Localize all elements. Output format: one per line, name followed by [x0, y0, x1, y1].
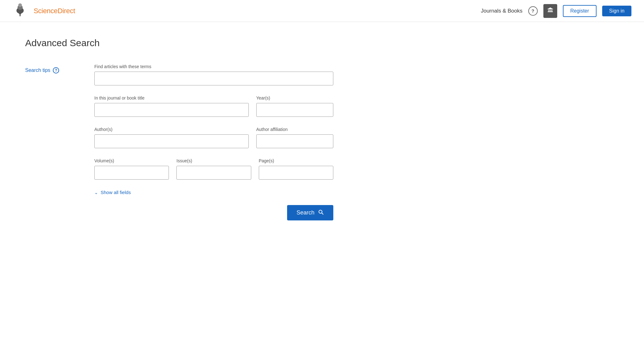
- issue-input[interactable]: [176, 166, 251, 180]
- help-icon: ?: [531, 8, 534, 14]
- show-all-fields-section: ⌄ Show all fields: [94, 190, 333, 195]
- svg-rect-1: [19, 14, 20, 16]
- find-articles-input[interactable]: [94, 72, 333, 85]
- volume-input[interactable]: [94, 166, 169, 180]
- chevron-down-icon: ⌄: [94, 190, 98, 195]
- issue-label: Issue(s): [176, 158, 251, 163]
- search-magnifier-icon: [318, 209, 324, 217]
- search-actions: Search: [94, 205, 333, 220]
- journal-year-row: In this journal or book title Year(s): [94, 95, 333, 117]
- page-input[interactable]: [259, 166, 333, 180]
- search-tips-label: Search tips: [25, 68, 50, 73]
- volume-col: Volume(s): [94, 158, 169, 180]
- search-tips-icon: ?: [53, 67, 59, 73]
- journal-col: In this journal or book title: [94, 95, 249, 117]
- issue-col: Issue(s): [176, 158, 251, 180]
- register-button[interactable]: Register: [563, 5, 597, 17]
- show-all-fields-button[interactable]: ⌄ Show all fields: [94, 190, 131, 195]
- volume-issue-page-row: Volume(s) Issue(s) Page(s): [94, 158, 333, 180]
- find-articles-label: Find articles with these terms: [94, 64, 333, 69]
- affiliation-col: Author affiliation: [256, 127, 333, 148]
- journal-label: In this journal or book title: [94, 95, 249, 100]
- volume-issue-page-section: Volume(s) Issue(s) Page(s): [94, 158, 333, 180]
- journals-books-link[interactable]: Journals & Books: [481, 8, 522, 14]
- header-right: Journals & Books ? Register Sign in: [481, 4, 631, 18]
- find-articles-section: Find articles with these terms: [94, 64, 333, 85]
- year-input[interactable]: [256, 103, 333, 117]
- header-left: ScienceDirect: [13, 2, 75, 19]
- volume-label: Volume(s): [94, 158, 169, 163]
- search-layout: Search tips ? Find articles with these t…: [25, 64, 619, 220]
- search-button-label: Search: [297, 209, 314, 216]
- svg-point-5: [18, 3, 22, 7]
- main-content: Advanced Search Search tips ? Find artic…: [0, 22, 644, 239]
- page-title: Advanced Search: [25, 38, 619, 48]
- author-section: Author(s) Author affiliation: [94, 127, 333, 148]
- sciencedirect-logo-icon: [13, 2, 30, 19]
- year-col: Year(s): [256, 95, 333, 117]
- show-all-fields-label: Show all fields: [101, 190, 131, 195]
- help-button[interactable]: ?: [528, 6, 538, 16]
- year-label: Year(s): [256, 95, 333, 100]
- page-label: Page(s): [259, 158, 333, 163]
- page-col: Page(s): [259, 158, 333, 180]
- institution-icon: [547, 7, 554, 15]
- authors-col: Author(s): [94, 127, 249, 148]
- institution-button[interactable]: [543, 4, 557, 18]
- authors-input[interactable]: [94, 134, 249, 148]
- search-form: Find articles with these terms In this j…: [94, 64, 333, 220]
- journal-input[interactable]: [94, 103, 249, 117]
- sidebar: Search tips ?: [25, 64, 75, 73]
- brand-name: ScienceDirect: [34, 7, 75, 15]
- header: ScienceDirect Journals & Books ? Registe…: [0, 0, 644, 22]
- signin-button[interactable]: Sign in: [602, 6, 631, 16]
- journal-year-section: In this journal or book title Year(s): [94, 95, 333, 117]
- author-row: Author(s) Author affiliation: [94, 127, 333, 148]
- authors-label: Author(s): [94, 127, 249, 132]
- search-submit-button[interactable]: Search: [287, 205, 333, 220]
- search-tips-link[interactable]: Search tips ?: [25, 67, 75, 73]
- affiliation-input[interactable]: [256, 134, 333, 148]
- affiliation-label: Author affiliation: [256, 127, 333, 132]
